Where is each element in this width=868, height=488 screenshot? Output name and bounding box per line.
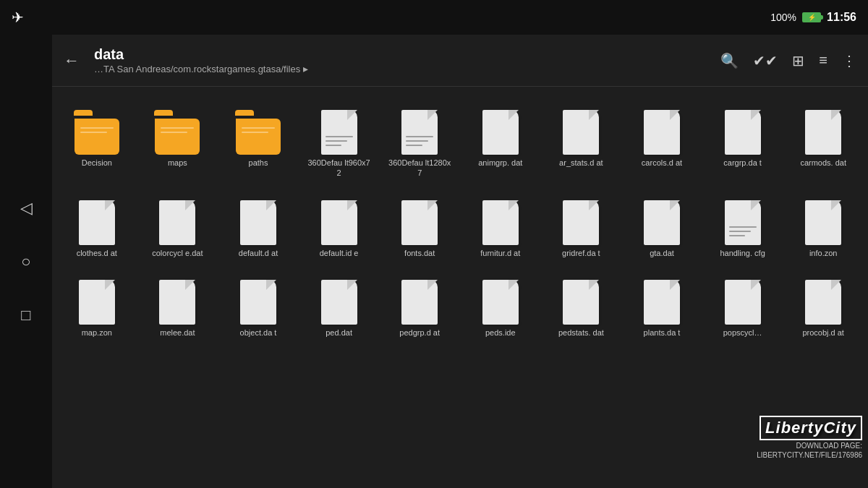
file-label: gridref.da t: [562, 248, 600, 258]
file-label: object.da t: [240, 328, 277, 338]
doc-icon: [558, 193, 604, 245]
select-all-icon[interactable]: ✔✔: [753, 52, 778, 69]
file-item[interactable]: default.id e: [300, 189, 378, 262]
doc-icon: [720, 273, 766, 325]
file-item[interactable]: default.d at: [219, 189, 297, 262]
doc-icon: [396, 273, 443, 325]
file-label: paths: [249, 158, 268, 168]
status-left: ✈: [12, 9, 24, 26]
file-item[interactable]: carcols.d at: [623, 98, 701, 183]
doc-icon: [800, 103, 846, 155]
grid-view-icon[interactable]: ⊞: [792, 52, 804, 69]
file-label: info.zon: [809, 248, 838, 258]
recents-nav-icon[interactable]: □: [21, 306, 30, 325]
file-label: maps: [168, 158, 187, 168]
home-nav-icon[interactable]: ○: [21, 252, 30, 271]
watermark: LibertyCity DOWNLOAD PAGE: LIBERTYCITY.N…: [757, 416, 862, 459]
file-label: carcols.d at: [642, 158, 682, 168]
search-icon[interactable]: 🔍: [720, 52, 739, 69]
file-item[interactable]: gridref.da t: [542, 189, 621, 262]
file-item[interactable]: fonts.dat: [380, 189, 459, 262]
doc-icon: [639, 103, 685, 155]
file-item[interactable]: info.zon: [784, 189, 862, 262]
file-item[interactable]: melee.dat: [139, 268, 217, 342]
back-nav-icon[interactable]: ◁: [20, 199, 33, 218]
path-arrow-icon: ▸: [303, 63, 308, 74]
back-button[interactable]: ←: [64, 51, 80, 70]
file-item[interactable]: carmods. dat: [784, 98, 862, 183]
file-item[interactable]: peds.ide: [461, 268, 540, 342]
watermark-logo: LibertyCity: [760, 416, 862, 440]
file-item[interactable]: object.da t: [219, 268, 297, 342]
breadcrumb: …TA San Andreas/com.rockstargames.gtasa/…: [94, 63, 712, 74]
folder-icon: [154, 103, 200, 155]
doc-icon: [396, 193, 443, 245]
file-item[interactable]: animgrp. dat: [461, 98, 540, 183]
toolbar: ← data …TA San Andreas/com.rockstargames…: [52, 35, 868, 87]
file-label: 360Defau lt960x72: [307, 158, 372, 179]
toolbar-title-area: data …TA San Andreas/com.rockstargames.g…: [94, 46, 712, 74]
file-label: popscycl…: [723, 328, 762, 338]
file-item[interactable]: cargrp.da t: [704, 98, 782, 183]
file-item[interactable]: ar_stats.d at: [542, 98, 621, 183]
path-text: …TA San Andreas/com.rockstargames.gtasa/…: [94, 64, 300, 74]
file-item[interactable]: plants.da t: [623, 268, 701, 342]
file-label: clothes.d at: [77, 248, 117, 258]
file-label: ped.dat: [326, 328, 352, 338]
file-label: plants.da t: [644, 328, 681, 338]
file-label: Decision: [82, 158, 112, 168]
folder-icon: [235, 103, 281, 155]
doc-icon: [477, 193, 524, 245]
file-label: pedstats. dat: [558, 328, 604, 338]
main-content: ← data …TA San Andreas/com.rockstargames…: [52, 35, 868, 488]
doc-icon: [74, 193, 120, 245]
file-item[interactable]: procobj.d at: [784, 268, 862, 342]
doc-icon: [477, 103, 524, 155]
file-item[interactable]: Decision: [58, 98, 136, 183]
folder-icon: [74, 103, 120, 155]
left-nav: ◁ ○ □: [0, 35, 52, 488]
folder-title: data: [94, 46, 712, 63]
file-label: gta.dat: [650, 248, 674, 258]
doc-icon: [396, 103, 443, 155]
doc-icon: [154, 273, 200, 325]
file-item[interactable]: furnitur.d at: [461, 189, 540, 262]
file-item[interactable]: popscycl…: [704, 268, 782, 342]
doc-icon: [639, 273, 685, 325]
file-item[interactable]: ped.dat: [300, 268, 378, 342]
file-label: handling. cfg: [720, 248, 765, 258]
file-item[interactable]: gta.dat: [623, 189, 701, 262]
clock: 11:56: [827, 11, 856, 24]
file-item[interactable]: 360Defau lt960x72: [300, 98, 378, 183]
file-label: ar_stats.d at: [559, 158, 603, 168]
doc-icon: [154, 193, 200, 245]
watermark-download-label: DOWNLOAD PAGE:: [757, 442, 862, 450]
file-item[interactable]: 360Defau lt1280x7: [380, 98, 459, 183]
watermark-url-text: LIBERTYCITY.NET/FILE/176986: [757, 451, 862, 459]
file-label: animgrp. dat: [478, 158, 522, 168]
file-grid: Decision maps paths: [52, 87, 868, 488]
doc-icon: [316, 103, 362, 155]
file-item[interactable]: pedstats. dat: [542, 268, 621, 342]
doc-icon: [558, 273, 604, 325]
battery-icon: ⚡: [802, 12, 821, 22]
doc-icon: [720, 103, 766, 155]
doc-icon: [235, 193, 281, 245]
doc-icon: [720, 193, 766, 245]
file-item[interactable]: maps: [139, 98, 217, 183]
doc-icon: [74, 273, 120, 325]
file-item[interactable]: handling. cfg: [704, 189, 782, 262]
file-item[interactable]: colorcycl e.dat: [139, 189, 217, 262]
file-label: 360Defau lt1280x7: [387, 158, 452, 179]
doc-icon: [477, 273, 524, 325]
file-label: colorcycl e.dat: [152, 248, 203, 258]
more-options-icon[interactable]: ⋮: [842, 52, 856, 69]
toolbar-actions: 🔍 ✔✔ ⊞ ≡ ⋮: [720, 52, 856, 69]
file-label: peds.ide: [485, 328, 516, 338]
file-item[interactable]: map.zon: [58, 268, 136, 342]
file-label: carmods. dat: [800, 158, 846, 168]
file-item[interactable]: pedgrp.d at: [380, 268, 459, 342]
file-item[interactable]: paths: [219, 98, 297, 183]
file-item[interactable]: clothes.d at: [58, 189, 136, 262]
sort-icon[interactable]: ≡: [819, 52, 827, 69]
